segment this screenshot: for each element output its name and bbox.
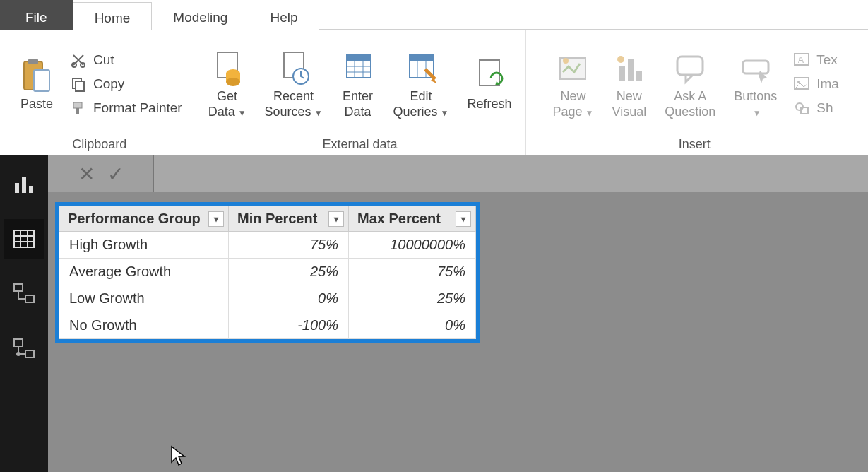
enter-data-label: Enter Data (343, 89, 373, 119)
ribbon-group-clipboard-label: Clipboard (72, 135, 126, 153)
ask-a-question-label: Ask A Question (665, 89, 715, 119)
ask-a-question-icon (673, 48, 707, 88)
edit-queries-label: Edit Queries (393, 89, 438, 119)
cell-group: High Growth (59, 232, 229, 259)
table-row[interactable]: Average Growth 25% 75% (59, 259, 476, 285)
format-painter-icon (69, 100, 88, 117)
relationship-icon (12, 337, 36, 361)
nav-data-view[interactable] (4, 219, 44, 259)
svg-rect-42 (29, 186, 33, 193)
svg-point-12 (226, 78, 240, 86)
image-icon (792, 76, 811, 93)
svg-rect-28 (619, 66, 625, 81)
image-button[interactable]: Ima (788, 73, 843, 95)
shapes-icon (792, 100, 811, 117)
ask-a-question-button[interactable]: Ask A Question (658, 45, 723, 122)
edit-queries-icon (404, 48, 438, 88)
chevron-down-icon: ▼ (238, 108, 246, 118)
svg-rect-51 (25, 350, 34, 358)
main-area: ✕ ✓ Performance Group ▾ Min Percent ▾ (48, 155, 868, 472)
svg-text:A: A (798, 55, 804, 65)
col-header-performance-group[interactable]: Performance Group ▾ (59, 206, 229, 232)
col-header-label: Min Percent (237, 211, 317, 226)
svg-rect-40 (15, 183, 19, 193)
col-header-min-percent[interactable]: Min Percent ▾ (229, 206, 349, 232)
tab-modeling[interactable]: Modeling (152, 0, 249, 30)
paste-label: Paste (20, 97, 53, 112)
cell-max: 10000000% (349, 232, 476, 259)
recent-sources-label: Recent Sources (265, 89, 314, 119)
data-view-icon (12, 227, 36, 251)
cell-min: 0% (229, 285, 349, 312)
tab-home[interactable]: Home (73, 2, 153, 30)
chevron-down-icon: ▼ (753, 108, 761, 118)
recent-sources-button[interactable]: Recent Sources▼ (258, 45, 330, 122)
report-view-icon (12, 172, 36, 196)
buttons-icon (739, 48, 773, 88)
cancel-formula-icon[interactable]: ✕ (78, 163, 95, 186)
filter-icon[interactable]: ▾ (328, 211, 344, 227)
ribbon-group-insert-label: Insert (679, 135, 711, 153)
svg-rect-49 (25, 295, 34, 302)
table-row[interactable]: High Growth 75% 10000000% (59, 232, 476, 259)
text-box-label: Tex (816, 52, 838, 68)
tab-help[interactable]: Help (249, 0, 319, 30)
cell-group: Average Growth (59, 259, 229, 285)
new-visual-icon (612, 48, 646, 88)
formula-input[interactable] (154, 155, 868, 192)
table-row[interactable]: No Growth -100% 0% (59, 312, 476, 339)
text-box-button[interactable]: A Tex (788, 49, 842, 71)
svg-rect-32 (677, 57, 703, 75)
svg-rect-41 (22, 177, 26, 193)
new-page-icon (556, 48, 590, 88)
cell-group: Low Growth (59, 285, 229, 312)
enter-data-button[interactable]: Enter Data (334, 45, 382, 122)
model-view-icon (12, 282, 36, 306)
cell-group: No Growth (59, 312, 229, 339)
chevron-down-icon: ▼ (441, 108, 449, 118)
cut-icon (69, 52, 88, 69)
paste-button[interactable]: Paste (13, 53, 61, 115)
shapes-button[interactable]: Sh (788, 97, 837, 119)
chevron-down-icon: ▼ (585, 108, 594, 118)
nav-report-view[interactable] (4, 164, 44, 203)
nav-relationship-view[interactable] (4, 329, 44, 369)
refresh-label: Refresh (467, 97, 511, 112)
svg-rect-50 (14, 339, 23, 346)
refresh-icon (472, 56, 506, 95)
commit-formula-icon[interactable]: ✓ (107, 163, 124, 186)
svg-rect-30 (636, 71, 642, 81)
refresh-button[interactable]: Refresh (460, 53, 518, 115)
table-header-row: Performance Group ▾ Min Percent ▾ Max Pe… (59, 206, 476, 232)
formula-actions: ✕ ✓ (48, 155, 154, 192)
buttons-button[interactable]: Buttons▼ (727, 45, 784, 122)
menu-bar: File Home Modeling Help (0, 0, 868, 30)
cut-button[interactable]: Cut (65, 49, 119, 71)
ribbon: Paste Cut Copy (0, 30, 868, 155)
cell-min: 25% (229, 259, 349, 285)
svg-rect-16 (347, 55, 371, 61)
svg-point-27 (563, 58, 569, 64)
format-painter-label: Format Painter (93, 100, 182, 116)
format-painter-button[interactable]: Format Painter (65, 97, 186, 119)
svg-point-37 (797, 81, 800, 83)
svg-point-31 (617, 56, 624, 63)
recent-sources-icon (277, 48, 311, 88)
table-row[interactable]: Low Growth 0% 25% (59, 285, 476, 312)
filter-icon[interactable]: ▾ (208, 211, 224, 227)
new-page-button[interactable]: New Page▼ (546, 45, 601, 122)
filter-icon[interactable]: ▾ (456, 211, 471, 227)
cell-min: 75% (229, 232, 349, 259)
nav-model-view[interactable] (4, 274, 44, 314)
ribbon-group-clipboard: Paste Cut Copy (6, 30, 194, 155)
copy-button[interactable]: Copy (65, 73, 129, 95)
new-visual-button[interactable]: New Visual (605, 45, 653, 122)
cell-max: 0% (349, 312, 476, 339)
copy-icon (69, 76, 88, 93)
get-data-button[interactable]: Get Data▼ (201, 45, 254, 122)
image-label: Ima (816, 76, 839, 92)
tab-file[interactable]: File (0, 0, 73, 30)
edit-queries-button[interactable]: Edit Queries▼ (386, 45, 456, 122)
col-header-max-percent[interactable]: Max Percent ▾ (349, 206, 476, 232)
svg-rect-6 (76, 81, 84, 91)
